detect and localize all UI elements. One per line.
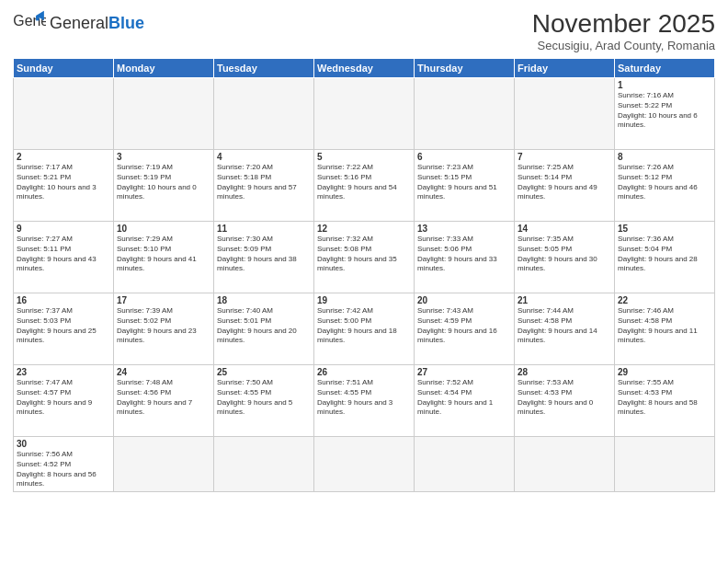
day-number: 16	[17, 295, 110, 305]
weekday-header-thursday: Thursday	[415, 59, 515, 78]
calendar-cell: 2Sunrise: 7:17 AM Sunset: 5:21 PM Daylig…	[14, 150, 114, 222]
weekday-header-monday: Monday	[114, 59, 214, 78]
calendar-cell: 3Sunrise: 7:19 AM Sunset: 5:19 PM Daylig…	[114, 150, 214, 222]
day-number: 28	[518, 367, 611, 377]
day-number: 10	[117, 224, 210, 234]
day-number: 6	[417, 152, 511, 162]
day-number: 8	[618, 152, 711, 162]
day-number: 23	[17, 367, 110, 377]
day-info: Sunrise: 7:36 AM Sunset: 5:04 PM Dayligh…	[618, 235, 711, 274]
calendar-cell	[415, 78, 515, 150]
day-number: 22	[618, 295, 711, 305]
svg-rect-2	[36, 16, 40, 20]
weekday-header-wednesday: Wednesday	[314, 59, 415, 78]
day-number: 4	[217, 152, 311, 162]
title-block: November 2025 Secusigiu, Arad County, Ro…	[532, 9, 715, 52]
day-info: Sunrise: 7:35 AM Sunset: 5:05 PM Dayligh…	[518, 235, 611, 274]
day-info: Sunrise: 7:17 AM Sunset: 5:21 PM Dayligh…	[17, 163, 110, 202]
calendar-cell	[114, 78, 214, 150]
day-info: Sunrise: 7:53 AM Sunset: 4:53 PM Dayligh…	[518, 378, 611, 418]
day-number: 11	[217, 224, 311, 234]
day-info: Sunrise: 7:37 AM Sunset: 5:03 PM Dayligh…	[17, 306, 110, 346]
day-info: Sunrise: 7:48 AM Sunset: 4:56 PM Dayligh…	[117, 378, 210, 418]
logo: General GeneralBlue	[13, 9, 144, 37]
weekday-header-friday: Friday	[515, 59, 615, 78]
day-number: 19	[317, 295, 411, 305]
day-info: Sunrise: 7:39 AM Sunset: 5:02 PM Dayligh…	[117, 306, 210, 346]
day-info: Sunrise: 7:30 AM Sunset: 5:09 PM Dayligh…	[217, 235, 311, 274]
day-info: Sunrise: 7:55 AM Sunset: 4:53 PM Dayligh…	[618, 378, 711, 418]
calendar-cell	[515, 78, 615, 150]
calendar-cell: 9Sunrise: 7:27 AM Sunset: 5:11 PM Daylig…	[14, 222, 114, 293]
calendar-cell: 16Sunrise: 7:37 AM Sunset: 5:03 PM Dayli…	[14, 293, 114, 365]
calendar: SundayMondayTuesdayWednesdayThursdayFrid…	[13, 58, 715, 492]
calendar-cell	[415, 437, 515, 492]
weekday-header-tuesday: Tuesday	[214, 59, 314, 78]
weekday-header-sunday: Sunday	[14, 59, 114, 78]
day-number: 12	[317, 224, 411, 234]
day-info: Sunrise: 7:20 AM Sunset: 5:18 PM Dayligh…	[217, 163, 311, 202]
day-info: Sunrise: 7:44 AM Sunset: 4:58 PM Dayligh…	[518, 306, 611, 346]
day-info: Sunrise: 7:33 AM Sunset: 5:06 PM Dayligh…	[417, 235, 511, 274]
calendar-cell: 29Sunrise: 7:55 AM Sunset: 4:53 PM Dayli…	[615, 365, 715, 437]
day-number: 1	[618, 80, 711, 90]
calendar-cell: 7Sunrise: 7:25 AM Sunset: 5:14 PM Daylig…	[515, 150, 615, 222]
day-number: 30	[17, 439, 110, 449]
day-number: 20	[417, 295, 511, 305]
day-info: Sunrise: 7:27 AM Sunset: 5:11 PM Dayligh…	[17, 235, 110, 274]
day-info: Sunrise: 7:32 AM Sunset: 5:08 PM Dayligh…	[317, 235, 411, 274]
day-info: Sunrise: 7:47 AM Sunset: 4:57 PM Dayligh…	[17, 378, 110, 418]
week-row-4: 16Sunrise: 7:37 AM Sunset: 5:03 PM Dayli…	[14, 293, 715, 365]
day-number: 5	[317, 152, 411, 162]
calendar-cell	[114, 437, 214, 492]
calendar-cell: 28Sunrise: 7:53 AM Sunset: 4:53 PM Dayli…	[515, 365, 615, 437]
calendar-cell: 23Sunrise: 7:47 AM Sunset: 4:57 PM Dayli…	[14, 365, 114, 437]
week-row-2: 2Sunrise: 7:17 AM Sunset: 5:21 PM Daylig…	[14, 150, 715, 222]
day-number: 26	[317, 367, 411, 377]
calendar-cell	[515, 437, 615, 492]
day-info: Sunrise: 7:40 AM Sunset: 5:01 PM Dayligh…	[217, 306, 311, 346]
calendar-cell: 22Sunrise: 7:46 AM Sunset: 4:58 PM Dayli…	[615, 293, 715, 365]
calendar-cell: 13Sunrise: 7:33 AM Sunset: 5:06 PM Dayli…	[415, 222, 515, 293]
day-info: Sunrise: 7:23 AM Sunset: 5:15 PM Dayligh…	[417, 163, 511, 202]
day-info: Sunrise: 7:29 AM Sunset: 5:10 PM Dayligh…	[117, 235, 210, 274]
day-info: Sunrise: 7:16 AM Sunset: 5:22 PM Dayligh…	[618, 91, 711, 131]
day-number: 2	[17, 152, 110, 162]
day-info: Sunrise: 7:22 AM Sunset: 5:16 PM Dayligh…	[317, 163, 411, 202]
day-info: Sunrise: 7:42 AM Sunset: 5:00 PM Dayligh…	[317, 306, 411, 346]
day-number: 15	[618, 224, 711, 234]
day-info: Sunrise: 7:26 AM Sunset: 5:12 PM Dayligh…	[618, 163, 711, 202]
location-subtitle: Secusigiu, Arad County, Romania	[532, 39, 715, 52]
day-info: Sunrise: 7:46 AM Sunset: 4:58 PM Dayligh…	[618, 306, 711, 346]
calendar-cell: 1Sunrise: 7:16 AM Sunset: 5:22 PM Daylig…	[615, 78, 715, 150]
calendar-cell	[214, 78, 314, 150]
calendar-cell	[314, 78, 415, 150]
week-row-6: 30Sunrise: 7:56 AM Sunset: 4:52 PM Dayli…	[14, 437, 715, 492]
day-number: 25	[217, 367, 311, 377]
calendar-cell: 10Sunrise: 7:29 AM Sunset: 5:10 PM Dayli…	[114, 222, 214, 293]
calendar-cell: 20Sunrise: 7:43 AM Sunset: 4:59 PM Dayli…	[415, 293, 515, 365]
week-row-3: 9Sunrise: 7:27 AM Sunset: 5:11 PM Daylig…	[14, 222, 715, 293]
day-number: 18	[217, 295, 311, 305]
day-info: Sunrise: 7:50 AM Sunset: 4:55 PM Dayligh…	[217, 378, 311, 418]
calendar-cell: 17Sunrise: 7:39 AM Sunset: 5:02 PM Dayli…	[114, 293, 214, 365]
logo-icon: General	[13, 9, 46, 37]
day-info: Sunrise: 7:51 AM Sunset: 4:55 PM Dayligh…	[317, 378, 411, 418]
calendar-cell	[214, 437, 314, 492]
week-row-1: 1Sunrise: 7:16 AM Sunset: 5:22 PM Daylig…	[14, 78, 715, 150]
calendar-cell: 18Sunrise: 7:40 AM Sunset: 5:01 PM Dayli…	[214, 293, 314, 365]
day-info: Sunrise: 7:43 AM Sunset: 4:59 PM Dayligh…	[417, 306, 511, 346]
day-number: 17	[117, 295, 210, 305]
page: General GeneralBlue November 2025 Secusi…	[0, 0, 728, 563]
calendar-cell	[314, 437, 415, 492]
calendar-cell: 25Sunrise: 7:50 AM Sunset: 4:55 PM Dayli…	[214, 365, 314, 437]
day-number: 7	[518, 152, 611, 162]
calendar-cell: 21Sunrise: 7:44 AM Sunset: 4:58 PM Dayli…	[515, 293, 615, 365]
calendar-cell: 11Sunrise: 7:30 AM Sunset: 5:09 PM Dayli…	[214, 222, 314, 293]
day-number: 24	[117, 367, 210, 377]
calendar-cell: 27Sunrise: 7:52 AM Sunset: 4:54 PM Dayli…	[415, 365, 515, 437]
week-row-5: 23Sunrise: 7:47 AM Sunset: 4:57 PM Dayli…	[14, 365, 715, 437]
month-title: November 2025	[532, 9, 715, 39]
calendar-cell: 6Sunrise: 7:23 AM Sunset: 5:15 PM Daylig…	[415, 150, 515, 222]
calendar-cell: 14Sunrise: 7:35 AM Sunset: 5:05 PM Dayli…	[515, 222, 615, 293]
